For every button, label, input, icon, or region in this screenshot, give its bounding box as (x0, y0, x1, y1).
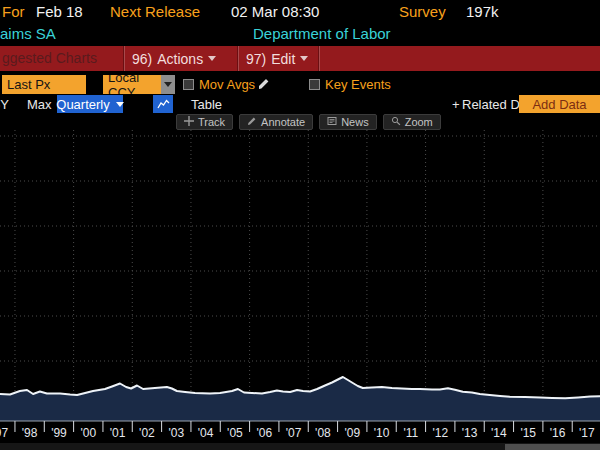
caret-down-icon (208, 56, 216, 61)
annotate-button[interactable]: Annotate (239, 114, 313, 130)
for-label: For (2, 3, 25, 20)
key-events-label: Key Events (325, 77, 391, 92)
line-chart-icon (157, 99, 170, 110)
x-axis-label: '01 (110, 426, 126, 440)
x-axis-label: '14 (491, 426, 507, 440)
horizontal-scrollbar[interactable] (505, 444, 600, 450)
plus-icon: + (452, 97, 460, 112)
x-axis-label: '03 (168, 426, 184, 440)
chart-type-button[interactable] (153, 95, 173, 113)
track-label: Track (198, 116, 225, 128)
add-data-button[interactable]: Add Data (519, 95, 600, 113)
key-events-checkbox[interactable] (309, 79, 320, 90)
currency-select[interactable]: Local CCY (103, 75, 161, 94)
options-bar: Last Px Local CCY Mov Avgs Key Events (0, 75, 600, 94)
caret-down-icon (300, 56, 308, 61)
x-axis-label: '00 (80, 426, 96, 440)
x-axis-label: '06 (256, 426, 272, 440)
range-max-button[interactable]: Max (27, 97, 52, 112)
claims-area-fill (0, 377, 600, 421)
track-button[interactable]: Track (176, 114, 233, 130)
mov-avgs-label: Mov Avgs (199, 77, 255, 92)
x-axis-label: '12 (432, 426, 448, 440)
x-axis-label: '13 (462, 426, 478, 440)
range-5y-button[interactable]: 5Y (0, 97, 9, 112)
price-chart-plot[interactable]: '97'98'99'00'01'02'03'04'05'06'07'08'09'… (0, 130, 600, 450)
track-icon (184, 116, 194, 128)
suggested-charts-button[interactable]: ggested Charts (2, 50, 97, 66)
menu-separator (318, 46, 320, 71)
security-name: aims SA (0, 25, 56, 42)
add-data-label: Add Data (532, 97, 586, 112)
edit-menu-button[interactable]: 97) Edit (246, 46, 308, 71)
edit-key: 97) (246, 51, 266, 67)
survey-label: Survey (399, 3, 446, 20)
currency-label: Local CCY (108, 75, 161, 94)
news-button[interactable]: News (319, 114, 377, 130)
currency-dropdown-button[interactable] (161, 75, 175, 94)
period-select[interactable]: Quarterly (57, 95, 123, 113)
period-label: Quarterly (56, 97, 109, 112)
x-axis-label: '10 (374, 426, 390, 440)
chart-toolbar: TrackAnnotateNewsZoom (176, 114, 441, 131)
edit-label: Edit (271, 51, 295, 67)
price-field-button[interactable]: Last Px (2, 75, 86, 94)
security-source: Department of Labor (253, 25, 391, 42)
x-axis-label: '16 (550, 426, 566, 440)
range-bar: 5Y Max Quarterly Table + Related Dat Add… (0, 95, 600, 114)
x-axis-label: '02 (139, 426, 155, 440)
actions-menu-button[interactable]: 96) Actions (132, 46, 216, 71)
x-axis-label: '98 (22, 426, 38, 440)
x-axis-label: '09 (344, 426, 360, 440)
annotate-label: Annotate (261, 116, 305, 128)
x-axis-label: '97 (0, 426, 8, 440)
release-info-row: For Feb 18 Next Release 02 Mar 08:30 Sur… (0, 1, 600, 22)
x-axis-label: '11 (404, 426, 419, 440)
x-axis-label: '15 (520, 426, 536, 440)
x-axis-label: '08 (315, 426, 331, 440)
annotate-icon (247, 116, 257, 128)
menu-separator (123, 46, 125, 71)
zoom-icon (391, 116, 401, 128)
security-info-row: aims SA Department of Labor (0, 23, 600, 44)
actions-key: 96) (132, 51, 152, 67)
zoom-label: Zoom (405, 116, 433, 128)
caret-down-icon (116, 102, 124, 107)
pencil-icon[interactable] (258, 77, 270, 93)
mov-avgs-checkbox[interactable] (183, 79, 194, 90)
price-field-label: Last Px (7, 77, 50, 92)
x-axis-label: '04 (198, 426, 214, 440)
news-icon (327, 116, 337, 128)
tab-table[interactable]: Table (191, 97, 222, 112)
x-axis-label: '17 (579, 426, 595, 440)
next-release-value: 02 Mar 08:30 (231, 3, 319, 20)
actions-label: Actions (157, 51, 203, 67)
for-date: Feb 18 (36, 3, 83, 20)
survey-value: 197k (466, 3, 499, 20)
zoom-button[interactable]: Zoom (383, 114, 441, 130)
menu-separator (237, 46, 239, 71)
x-axis-label: '07 (286, 426, 302, 440)
next-release-label: Next Release (110, 3, 200, 20)
bloomberg-econ-chart-window: For Feb 18 Next Release 02 Mar 08:30 Sur… (0, 0, 600, 450)
menu-bar: ggested Charts 96) Actions 97) Edit (0, 46, 600, 71)
x-axis-label: '05 (227, 426, 243, 440)
news-label: News (341, 116, 369, 128)
x-axis-label: '99 (51, 426, 67, 440)
caret-down-icon (164, 82, 172, 87)
